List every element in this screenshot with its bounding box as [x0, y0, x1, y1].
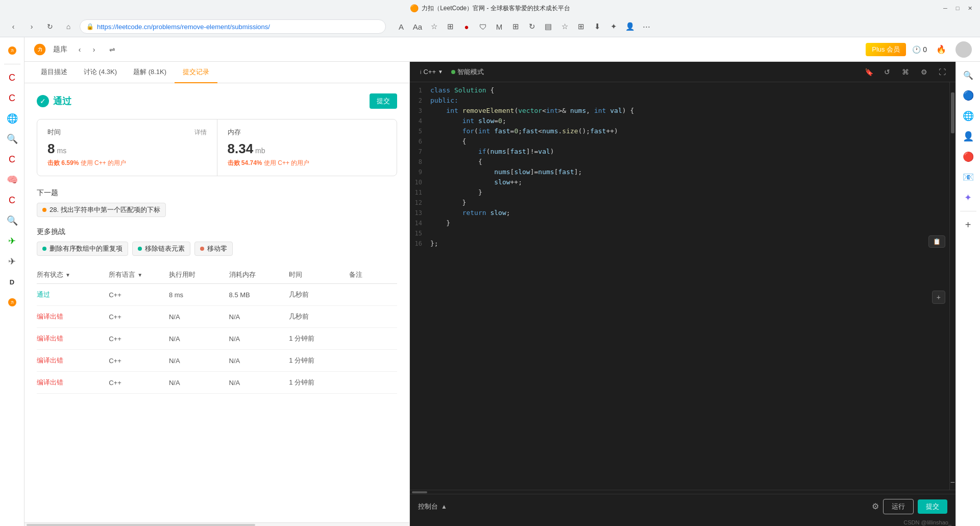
submit-code-button[interactable]: 提交 [918, 499, 947, 514]
rs-outlook-icon[interactable]: 📧 [959, 168, 977, 186]
copy-code-button[interactable]: 📋 [928, 235, 945, 248]
challenge-1[interactable]: 删除有序数组中的重复项 [37, 242, 128, 256]
challenge-2[interactable]: 移除链表元素 [132, 242, 190, 256]
table-row[interactable]: 通过 C++ 8 ms 8.5 MB 几秒前 [37, 284, 397, 306]
refresh-button[interactable]: ↻ [43, 19, 57, 34]
sidebar-icon-11[interactable]: D [3, 273, 21, 291]
horizontal-scrollbar[interactable] [24, 522, 409, 526]
tab-discussion[interactable]: 讨论 (4.3K) [76, 62, 125, 83]
row3-lang: C++ [109, 335, 169, 343]
row5-status[interactable]: 编译出错 [37, 378, 109, 387]
code-scroll-area[interactable]: 1 class Solution { 2 public: 3 [410, 82, 949, 490]
challenge-3[interactable]: 移动零 [194, 242, 233, 256]
translate-button[interactable]: A [394, 19, 408, 34]
user-avatar[interactable] [955, 41, 972, 58]
layout-button[interactable]: ▤ [541, 19, 555, 34]
sidebar-icon-9[interactable]: ✈ [3, 232, 21, 250]
tab-submissions[interactable]: 提交记录 [175, 62, 217, 83]
language-selector[interactable]: i C++ ▼ [416, 66, 447, 78]
undo-button[interactable]: ↺ [880, 65, 894, 79]
home-button[interactable]: ⌂ [61, 19, 76, 34]
code-line-5: 5 for(int fast=0;fast<nums.size();fast++… [410, 127, 949, 137]
run-button[interactable]: 运行 [883, 499, 914, 514]
col-header-status[interactable]: 所有状态 ▼ [37, 270, 109, 279]
row3-status[interactable]: 编译出错 [37, 334, 109, 343]
minimize-button[interactable]: ─ [941, 4, 949, 12]
memory-label: 内存 [228, 128, 387, 137]
horizontal-scrollbar-editor[interactable] [410, 490, 955, 494]
table-row[interactable]: 编译出错 C++ N/A N/A 几秒前 [37, 306, 397, 328]
breadcrumb-library[interactable]: 题库 [53, 45, 67, 54]
star-button[interactable]: ☆ [557, 19, 572, 34]
prev-problem-button[interactable]: ‹ [74, 43, 86, 56]
plus-expand-button[interactable]: + [932, 291, 945, 304]
tab-solutions[interactable]: 题解 (8.1K) [125, 62, 175, 83]
sidebar-icon-12[interactable]: 力 [3, 293, 21, 312]
sidebar-icon-8[interactable]: 🔍 [3, 211, 21, 230]
detail-link[interactable]: 详情 [194, 128, 207, 137]
sidebar-icon-6[interactable]: 🧠 [3, 171, 21, 189]
bookmark-editor-button[interactable]: 🔖 [862, 65, 876, 79]
collections-button[interactable]: ⊞ [574, 19, 588, 34]
sidebar-icon-7[interactable]: C [3, 191, 21, 209]
row1-status[interactable]: 通过 [37, 290, 109, 299]
read-mode-button[interactable]: Aa [410, 19, 425, 34]
sidebar-icon-3[interactable]: 🌐 [3, 109, 21, 128]
sidebar-icon-10[interactable]: ✈ [3, 252, 21, 271]
rs-globe-icon[interactable]: 🌐 [959, 107, 977, 125]
profile-button[interactable]: 👤 [623, 19, 637, 34]
minus-icon[interactable]: – [951, 477, 955, 486]
fire-button[interactable]: 🔥 [933, 41, 949, 58]
shortcut-button[interactable]: ⌘ [898, 65, 913, 79]
badge2-button[interactable]: 🛡 [476, 19, 490, 34]
badge4-button[interactable]: ⊞ [508, 19, 523, 34]
table-row[interactable]: 编译出错 C++ N/A N/A 1 分钟前 [37, 350, 397, 372]
maximize-button[interactable]: □ [953, 4, 962, 12]
copilot-button[interactable]: ✦ [606, 19, 621, 34]
logo[interactable]: 力 [33, 42, 47, 57]
rs-purple-icon[interactable]: ✦ [959, 188, 977, 207]
extensions-button[interactable]: ⊞ [443, 19, 457, 34]
next-problem-button[interactable]: › [88, 43, 100, 56]
row4-status[interactable]: 编译出错 [37, 356, 109, 365]
close-button[interactable]: ✕ [966, 4, 974, 12]
rs-blue-icon[interactable]: 🔵 [959, 86, 977, 105]
rs-user-icon[interactable]: 👤 [959, 127, 977, 146]
code-line-3: 3 int removeElement(vector<int>& nums, i… [410, 107, 949, 117]
sidebar-icon-4[interactable]: 🔍 [3, 130, 21, 148]
sidebar-icon-leetcode[interactable]: 力 [3, 41, 21, 60]
code-editor[interactable]: 1 class Solution { 2 public: 3 [410, 82, 949, 254]
next-problem-chip[interactable]: 28. 找出字符串中第一个匹配项的下标 [37, 203, 166, 217]
fullscreen-button[interactable]: ⛶ [935, 65, 949, 79]
sidebar-icon-5[interactable]: C [3, 150, 21, 169]
table-row[interactable]: 编译出错 C++ N/A N/A 1 分钟前 [37, 328, 397, 350]
vertical-scrollbar[interactable]: – [949, 82, 955, 490]
more-button[interactable]: ⋯ [639, 19, 653, 34]
shuffle-button[interactable]: ⇌ [106, 43, 118, 56]
forward-button[interactable]: › [24, 19, 39, 34]
problem-dot [42, 208, 46, 212]
col-header-note: 备注 [349, 270, 397, 279]
sidebar-icon-1[interactable]: C [3, 68, 21, 87]
rs-red-icon[interactable]: 🔴 [959, 148, 977, 166]
back-button[interactable]: ‹ [6, 19, 20, 34]
csdn-label: CSDN @lillinshao_ [903, 519, 951, 525]
editor-settings-button[interactable]: ⚙ [872, 501, 879, 511]
plus-member-button[interactable]: Plus 会员 [866, 43, 906, 56]
badge3-button[interactable]: M [492, 19, 506, 34]
settings-editor-button[interactable]: ⚙ [917, 65, 931, 79]
badge1-button[interactable]: ● [459, 19, 474, 34]
table-row[interactable]: 编译出错 C++ N/A N/A 1 分钟前 [37, 372, 397, 394]
row2-status[interactable]: 编译出错 [37, 312, 109, 321]
rs-search-icon[interactable]: 🔍 [959, 66, 977, 84]
address-bar[interactable]: 🔒 https://leetcode.cn/problems/remove-el… [80, 19, 386, 34]
rs-plus-button[interactable]: + [959, 216, 977, 234]
download-button[interactable]: ⬇ [590, 19, 604, 34]
bookmark-button[interactable]: ☆ [427, 19, 441, 34]
submit-button[interactable]: 提交 [370, 93, 397, 109]
tab-description[interactable]: 题目描述 [33, 62, 76, 83]
col-header-lang[interactable]: 所有语言 ▼ [109, 270, 169, 279]
refresh2-button[interactable]: ↻ [525, 19, 539, 34]
console-label[interactable]: 控制台 ▲ [418, 502, 447, 511]
sidebar-icon-2[interactable]: C [3, 89, 21, 107]
